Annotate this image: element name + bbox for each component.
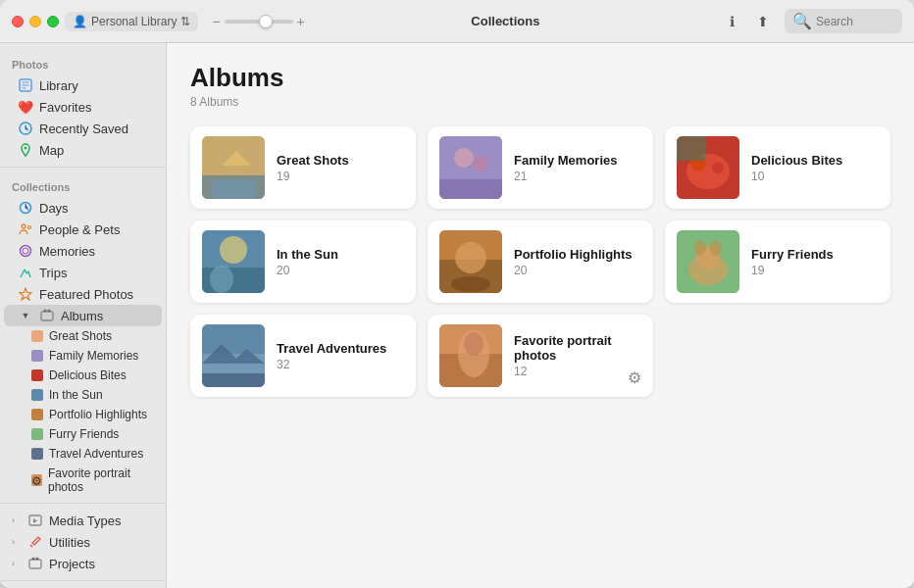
album-card-portfolio-highlights[interactable]: Portfolio Highlights 20 (428, 220, 653, 303)
album-thumb-icon-portfolio-highlights (31, 409, 43, 420)
svg-rect-15 (212, 180, 255, 199)
sidebar-item-label-albums: Albums (61, 309, 103, 323)
sidebar-item-label-days: Days (39, 201, 69, 216)
album-count-great-shots: 19 (277, 170, 404, 183)
album-name-travel-adventures: Travel Adventures (277, 341, 404, 356)
album-info-in-the-sun: In the Sun 20 (277, 247, 404, 277)
sidebar-sub-item-delicious-bites[interactable]: Delicious Bites (4, 366, 162, 385)
album-card-travel-adventures[interactable]: Travel Adventures 32 (190, 315, 416, 397)
sidebar-sub-label-family-memories: Family Memories (49, 349, 138, 363)
page-subtitle: 8 Albums (190, 95, 890, 109)
sidebar-item-trips[interactable]: Trips (4, 262, 162, 283)
sidebar-expandable-projects[interactable]: › Projects (4, 553, 162, 574)
album-card-furry-friends[interactable]: Furry Friends 19 (665, 220, 890, 303)
sidebar-section-header-collections: Collections (0, 173, 166, 197)
sidebar-item-label-favorites: Favorites (39, 100, 91, 115)
svg-point-28 (210, 266, 233, 293)
sidebar-item-albums[interactable]: ▼ Albums (4, 305, 162, 326)
zoom-slider-thumb[interactable] (259, 15, 273, 28)
share-button[interactable]: ⬆ (753, 12, 773, 31)
svg-point-18 (473, 156, 488, 172)
chevron-right-icon-projects: › (12, 559, 22, 568)
traffic-lights (12, 16, 59, 27)
album-card-favorite-portrait[interactable]: Favorite portrait photos 12 ⚙ (428, 315, 653, 397)
album-name-favorite-portrait: Favorite portrait photos (514, 333, 641, 363)
album-thumb-icon-delicious-bites (31, 369, 43, 381)
svg-point-6 (21, 246, 31, 257)
search-input[interactable] (816, 15, 894, 28)
media-types-icon (27, 513, 43, 528)
zoom-out-icon[interactable]: − (212, 14, 220, 29)
sidebar-item-favorites[interactable]: ❤️ Favorites (4, 96, 162, 118)
info-button[interactable]: ℹ (722, 12, 741, 31)
sidebar-item-label-memories: Memories (39, 244, 95, 259)
titlebar-center: Collections (305, 14, 706, 28)
album-card-family-memories[interactable]: Family Memories 21 (428, 126, 653, 209)
sidebar-sub-label-furry-friends: Furry Friends (49, 427, 119, 441)
page-title: Albums (190, 63, 890, 93)
zoom-slider-track[interactable] (225, 20, 293, 24)
sidebar-sub-item-favorite-portrait[interactable]: ⚙ Favorite portrait photos (4, 464, 162, 497)
albums-chevron-icon: ▼ (18, 308, 33, 323)
sidebar-expandable-utilities[interactable]: › Utilities (4, 531, 162, 553)
album-card-in-the-sun[interactable]: In the Sun 20 (190, 220, 416, 303)
app-window: 👤 Personal Library ⇅ − + Collections ℹ ⬆… (0, 0, 914, 588)
projects-icon (27, 556, 43, 571)
sidebar-sub-label-travel-adventures: Travel Adventures (49, 447, 143, 461)
sidebar-item-label-map: Map (39, 143, 64, 158)
svg-rect-9 (41, 312, 53, 320)
sidebar-item-label-recently-saved: Recently Saved (39, 122, 128, 136)
sidebar-sub-item-travel-adventures[interactable]: Travel Adventures (4, 444, 162, 464)
sidebar-item-label-library: Library (39, 78, 78, 93)
zoom-in-icon[interactable]: + (297, 14, 305, 29)
svg-point-23 (712, 162, 724, 173)
sidebar-expandable-label-media-types: Media Types (49, 514, 121, 528)
album-thumb-icon-great-shots (31, 330, 43, 342)
titlebar: 👤 Personal Library ⇅ − + Collections ℹ ⬆… (0, 0, 914, 43)
library-selector[interactable]: 👤 Personal Library ⇅ (65, 12, 198, 31)
album-info-delicious-bites: Delicious Bites 10 (751, 153, 879, 183)
svg-point-36 (694, 240, 706, 256)
sidebar-expandable-media-types[interactable]: › Media Types (4, 510, 162, 531)
album-thumb-icon-furry-friends (31, 428, 43, 440)
sidebar-item-memories[interactable]: Memories (4, 240, 162, 262)
search-icon: 🔍 (792, 12, 812, 30)
sidebar-item-recently-saved[interactable]: Recently Saved (4, 118, 162, 139)
svg-point-2 (25, 147, 27, 150)
sidebar-sub-item-in-the-sun[interactable]: In the Sun (4, 385, 162, 405)
album-info-favorite-portrait: Favorite portrait photos 12 (514, 333, 641, 378)
svg-point-17 (454, 148, 474, 168)
maximize-button[interactable] (47, 16, 59, 27)
sidebar-item-library[interactable]: Library (4, 74, 162, 96)
sidebar-sub-item-portfolio-highlights[interactable]: Portfolio Highlights (4, 405, 162, 424)
search-box[interactable]: 🔍 (785, 9, 902, 33)
sidebar-item-people-pets[interactable]: People & Pets (4, 219, 162, 240)
memories-icon (18, 243, 33, 259)
titlebar-right: ℹ ⬆ 🔍 (706, 9, 902, 33)
sidebar-item-map[interactable]: Map (4, 139, 162, 161)
sidebar-sub-item-family-memories[interactable]: Family Memories (4, 346, 162, 366)
sidebar-sub-item-furry-friends[interactable]: Furry Friends (4, 424, 162, 444)
featured-photos-icon (18, 286, 33, 302)
map-icon (18, 142, 33, 158)
sidebar-section-header-photos: Photos (0, 51, 166, 74)
gear-icon[interactable]: ⚙ (628, 368, 641, 387)
sidebar-item-days[interactable]: Days (4, 197, 162, 219)
sidebar-item-featured-photos[interactable]: Featured Photos (4, 283, 162, 305)
window-title: Collections (471, 14, 539, 28)
sidebar-divider-1 (0, 167, 166, 168)
album-count-family-memories: 21 (514, 170, 641, 183)
svg-point-4 (22, 224, 25, 228)
sidebar-sub-item-great-shots[interactable]: Great Shots (4, 326, 162, 346)
sidebar-sub-label-portfolio-highlights: Portfolio Highlights (49, 408, 147, 421)
minimize-button[interactable] (29, 16, 41, 27)
album-card-great-shots[interactable]: Great Shots 19 (190, 126, 416, 209)
albums-icon (39, 308, 55, 323)
svg-point-27 (220, 236, 247, 264)
library-icon (18, 77, 33, 93)
album-thumb-favorite-portrait (439, 324, 502, 387)
album-name-furry-friends: Furry Friends (751, 247, 879, 262)
chevron-right-icon-media: › (12, 515, 22, 525)
album-card-delicious-bites[interactable]: Delicious Bites 10 (665, 126, 890, 209)
close-button[interactable] (12, 16, 24, 27)
